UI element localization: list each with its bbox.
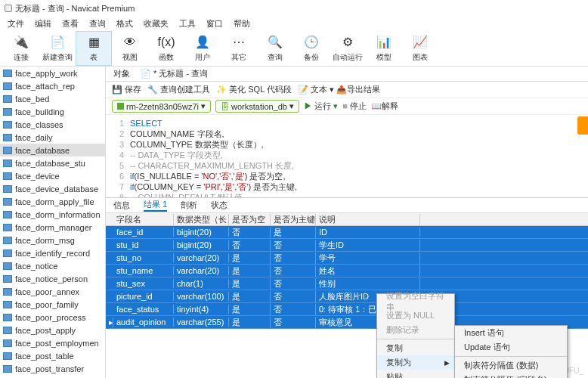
sidebar-item[interactable]: face_poor_annex xyxy=(0,285,105,298)
beautify-button[interactable]: ✨ 美化 SQL 代码段 xyxy=(216,84,292,95)
menu-query[interactable]: 查询 xyxy=(89,18,106,29)
ctx-sub-item[interactable]: Insert 语句 xyxy=(455,326,567,340)
table-icon xyxy=(3,95,12,103)
sidebar-item[interactable]: face_dorm_msg xyxy=(0,234,105,246)
run-button[interactable]: ▶ 运行 ▾ xyxy=(304,101,338,112)
tab-result1[interactable]: 结果 1 xyxy=(144,199,167,212)
table-icon xyxy=(3,249,12,257)
ctx-item[interactable]: 复制为▶ xyxy=(377,355,454,370)
toolbar-新建查询[interactable]: 📄新建查询 xyxy=(39,31,76,66)
sidebar-item[interactable]: face_database xyxy=(0,144,105,156)
toolbar-模型[interactable]: 📊模型 xyxy=(366,31,402,66)
sidebar-item[interactable]: face_daily xyxy=(0,131,105,144)
sidebar-item[interactable]: face_post_transfer xyxy=(0,362,105,375)
tab-query[interactable]: 📄 * 无标题 - 查询 xyxy=(138,68,211,79)
ctx-item[interactable]: 删除记录 xyxy=(377,323,454,337)
sidebar-item[interactable]: face_dorm_apply_file xyxy=(0,195,105,208)
sidebar-item[interactable]: face_post_apply xyxy=(0,324,105,336)
sidebar-item[interactable]: face_identify_record xyxy=(0,246,105,259)
toolbar-自动运行[interactable]: ⚙自动运行 xyxy=(330,31,366,66)
sidebar-item[interactable]: face_notice xyxy=(0,259,105,272)
menu-view[interactable]: 查看 xyxy=(62,18,79,29)
ctx-sub-item[interactable]: 制表符分隔值 (数据) xyxy=(455,358,567,373)
grid-row[interactable]: stu_idbigint(20)否否学生ID xyxy=(106,239,588,252)
table-icon xyxy=(3,275,12,283)
ctx-item[interactable]: 复制 xyxy=(377,341,454,355)
toolbar-表[interactable]: ▦表 xyxy=(76,31,112,66)
builder-button[interactable]: 🔧 查询创建工具 xyxy=(147,84,210,95)
grid-row[interactable]: picture_idvarchar(100)是否人脸库图片ID xyxy=(106,290,588,303)
menu-fav[interactable]: 收藏夹 xyxy=(144,18,169,29)
text-button[interactable]: 📝 文本 ▾ 📤导出结果 xyxy=(298,84,380,95)
toolbar-用户[interactable]: 👤用户 xyxy=(184,31,221,66)
table-icon xyxy=(3,224,12,231)
app-icon xyxy=(5,5,12,12)
explain-button[interactable]: 📖解释 xyxy=(371,101,398,112)
menu-tools[interactable]: 工具 xyxy=(179,18,196,29)
tab-objects[interactable]: 对象 xyxy=(110,68,133,79)
editor-tabs: 对象 📄 * 无标题 - 查询 xyxy=(106,67,588,82)
table-icon xyxy=(3,288,12,296)
result-tabs: 信息 结果 1 剖析 状态 xyxy=(106,198,588,213)
connection-row: rm-2zetn83n05wz7i ▾ 🗄workstation_db ▾ ▶ … xyxy=(106,98,588,115)
sidebar-item[interactable]: face_bed xyxy=(0,92,105,105)
menu-format[interactable]: 格式 xyxy=(116,18,133,29)
ctx-sub-item[interactable]: 制表符分隔值 (字段名) xyxy=(455,373,567,378)
grid-row[interactable]: face_statustinyint(4)是否0: 待审核 1：已通过 xyxy=(106,303,588,316)
sidebar-item[interactable]: face_poor_family xyxy=(0,298,105,311)
toolbar-查询[interactable]: 🔍查询 xyxy=(257,31,293,66)
table-icon xyxy=(3,185,12,193)
sidebar-item[interactable]: face_post_table xyxy=(0,349,105,362)
table-icon xyxy=(3,339,12,347)
grid-row[interactable]: stu_novarchar(20)是否学号 xyxy=(106,252,588,265)
menu-file[interactable]: 文件 xyxy=(8,18,24,29)
sidebar-item[interactable]: face_dorm_manager xyxy=(0,221,105,234)
window-title: 无标题 - 查询 - Navicat Premium xyxy=(15,3,135,14)
toolbar-函数[interactable]: f(x)函数 xyxy=(148,31,184,66)
menu-edit[interactable]: 编辑 xyxy=(35,18,51,29)
sidebar-item[interactable]: face_building xyxy=(0,105,105,118)
sidebar-item[interactable]: face_dorm_information xyxy=(0,208,105,221)
sidebar-item[interactable]: face_device_database xyxy=(0,182,105,195)
save-button[interactable]: 💾 保存 xyxy=(112,84,141,95)
table-icon xyxy=(3,172,12,180)
sidebar-item[interactable]: face_post_employmen xyxy=(0,336,105,349)
sidebar-item[interactable]: face_record_workstudy xyxy=(0,375,105,378)
db-selector[interactable]: 🗄workstation_db ▾ xyxy=(215,100,299,113)
toolbar-连接[interactable]: 🔌连接 xyxy=(3,31,39,66)
sidebar-item[interactable]: face_notice_person xyxy=(0,272,105,285)
menu-help[interactable]: 帮助 xyxy=(234,18,250,29)
sidebar-item[interactable]: face_apply_work xyxy=(0,67,105,79)
sidebar-item[interactable]: face_poor_process xyxy=(0,311,105,324)
server-selector[interactable]: rm-2zetn83n05wz7i ▾ xyxy=(112,100,211,113)
menu-window[interactable]: 窗口 xyxy=(206,18,223,29)
tab-profile[interactable]: 剖析 xyxy=(181,200,197,211)
toolbar-图表[interactable]: 📈图表 xyxy=(402,31,438,66)
main-toolbar: 🔌连接📄新建查询▦表👁视图f(x)函数👤用户⋯其它🔍查询🕒备份⚙自动运行📊模型📈… xyxy=(0,30,588,67)
ctx-item[interactable]: 粘贴 xyxy=(377,370,454,378)
context-submenu: Insert 语句Update 语句制表符分隔值 (数据)制表符分隔值 (字段名… xyxy=(454,325,568,378)
ctx-item[interactable]: 设置为 NULL xyxy=(377,308,454,323)
ctx-sub-item[interactable]: Update 语句 xyxy=(455,340,567,355)
result-grid[interactable]: 字段名数据类型（长是否为空是否为主键说明face_idbigint(20)否是I… xyxy=(106,213,588,329)
toolbar-备份[interactable]: 🕒备份 xyxy=(293,31,330,66)
title-bar: 无标题 - 查询 - Navicat Premium xyxy=(0,0,588,17)
sidebar-item[interactable]: face_classes xyxy=(0,118,105,131)
sql-editor[interactable]: 1SELECT2 COLUMN_NAME 字段名,3 COLUMN_TYPE 数… xyxy=(106,115,588,198)
tab-status[interactable]: 状态 xyxy=(211,200,227,211)
grid-row[interactable]: stu_namevarchar(20)是否姓名 xyxy=(106,265,588,277)
context-menu: 设置为空白字符串设置为 NULL删除记录复制复制为▶粘贴显示▶ xyxy=(376,293,455,378)
sidebar-item[interactable]: face_attach_rep xyxy=(0,79,105,92)
sidebar[interactable]: face_apply_workface_attach_repface_bedfa… xyxy=(0,67,106,378)
ctx-item[interactable]: 设置为空白字符串 xyxy=(377,294,454,308)
table-icon xyxy=(3,70,12,77)
sidebar-item[interactable]: face_database_stu xyxy=(0,156,105,169)
side-badge[interactable] xyxy=(577,116,588,135)
toolbar-视图[interactable]: 👁视图 xyxy=(112,31,148,66)
grid-row[interactable]: stu_sexchar(1)是否性别 xyxy=(106,277,588,290)
tab-info[interactable]: 信息 xyxy=(113,200,130,211)
grid-row[interactable]: face_idbigint(20)否是ID xyxy=(106,226,588,239)
sidebar-item[interactable]: face_device xyxy=(0,169,105,182)
table-icon xyxy=(3,262,12,270)
toolbar-其它[interactable]: ⋯其它 xyxy=(221,31,257,66)
